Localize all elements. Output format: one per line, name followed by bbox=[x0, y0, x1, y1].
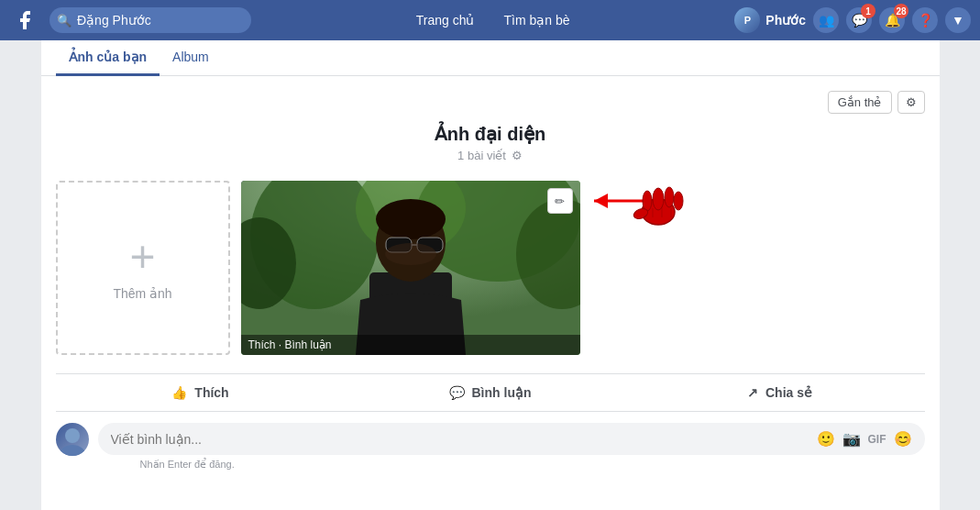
top-navigation: 🔍 Trang chủ Tìm bạn bè P Phước 👥 💬 1 🔔 2… bbox=[0, 0, 980, 40]
add-photo-label: Thêm ảnh bbox=[113, 286, 171, 301]
question-icon: ❓ bbox=[918, 13, 933, 28]
comment-area: 🙂 📷 GIF 😊 Nhấn Enter để đăng. bbox=[56, 423, 925, 471]
chevron-down-icon: ▼ bbox=[952, 13, 964, 28]
camera-icon[interactable]: 📷 bbox=[842, 430, 861, 448]
message-badge: 1 bbox=[861, 4, 875, 18]
search-input[interactable] bbox=[50, 7, 251, 33]
find-friends-link[interactable]: Tìm bạn bè bbox=[499, 13, 576, 28]
page-wrapper: Ảnh của bạn Album Gắn thẻ ⚙ Ảnh đại diện… bbox=[0, 40, 980, 510]
top-buttons: Gắn thẻ ⚙ bbox=[56, 91, 925, 114]
svg-point-26 bbox=[60, 445, 85, 456]
svg-marker-15 bbox=[594, 194, 608, 208]
comment-input[interactable] bbox=[111, 432, 809, 447]
search-wrap: 🔍 bbox=[50, 7, 251, 33]
subnav-albums[interactable]: Album bbox=[160, 40, 222, 76]
subnav-photos[interactable]: Ảnh của bạn bbox=[56, 40, 160, 76]
home-link[interactable]: Trang chủ bbox=[411, 13, 480, 28]
comment-emoji-icons: 🙂 📷 GIF 😊 bbox=[817, 430, 912, 448]
photo-item: Thích · Bình luận ✏ bbox=[241, 181, 580, 355]
content-area: Ảnh của bạn Album Gắn thẻ ⚙ Ảnh đại diện… bbox=[41, 40, 940, 510]
profile-name: Phước bbox=[765, 13, 806, 28]
search-icon: 🔍 bbox=[57, 14, 72, 28]
tag-button[interactable]: Gắn thẻ bbox=[828, 91, 892, 114]
like-label: Thích bbox=[194, 385, 228, 400]
comment-button[interactable]: 💬 Bình luận bbox=[346, 378, 635, 407]
commenter-avatar bbox=[56, 423, 89, 456]
photo-image: Thích · Bình luận bbox=[241, 181, 580, 355]
svg-point-16 bbox=[642, 199, 675, 225]
photo-grid: + Thêm ảnh bbox=[56, 181, 925, 355]
like-icon: 👍 bbox=[171, 385, 187, 400]
gif-icon[interactable]: GIF bbox=[868, 433, 886, 446]
nav-center: Trang chủ Tìm bạn bè bbox=[251, 13, 734, 28]
add-photo-box[interactable]: + Thêm ảnh bbox=[56, 181, 230, 355]
svg-point-9 bbox=[376, 199, 446, 239]
emoji-icon[interactable]: 🙂 bbox=[817, 430, 835, 448]
comment-label: Bình luận bbox=[472, 385, 532, 400]
share-icon: ↗ bbox=[747, 385, 758, 400]
people-icon: 👥 bbox=[819, 13, 834, 28]
profile-button[interactable]: P Phước bbox=[734, 7, 806, 33]
svg-point-20 bbox=[643, 191, 652, 211]
photo-title: Ảnh đại diện bbox=[56, 123, 925, 145]
notification-badge: 28 bbox=[894, 4, 908, 18]
messages-icon-button[interactable]: 💬 1 bbox=[846, 7, 872, 33]
dropdown-icon-button[interactable]: ▼ bbox=[945, 7, 971, 33]
share-label: Chia sẻ bbox=[765, 385, 812, 400]
post-count: 1 bài viết bbox=[457, 149, 506, 162]
main-content: Gắn thẻ ⚙ Ảnh đại diện 1 bài viết ⚙ + Th… bbox=[41, 76, 940, 485]
sticker-icon[interactable]: 😊 bbox=[894, 430, 912, 448]
svg-point-21 bbox=[632, 207, 648, 221]
plus-icon: + bbox=[129, 235, 155, 279]
notifications-icon-button[interactable]: 🔔 28 bbox=[879, 7, 905, 33]
nav-right: P Phước 👥 💬 1 🔔 28 ❓ ▼ bbox=[734, 7, 971, 33]
comment-input-wrap[interactable]: 🙂 📷 GIF 😊 bbox=[98, 423, 925, 455]
profile-avatar: P bbox=[734, 7, 760, 33]
help-icon-button[interactable]: ❓ bbox=[912, 7, 938, 33]
svg-point-19 bbox=[674, 192, 683, 210]
comment-icon: 💬 bbox=[449, 385, 465, 400]
nav-left: 🔍 bbox=[9, 4, 251, 37]
gear-button[interactable]: ⚙ bbox=[897, 91, 925, 114]
subnav: Ảnh của bạn Album bbox=[41, 40, 940, 76]
svg-point-13 bbox=[385, 243, 436, 265]
photo-overlay-bar: Thích · Bình luận bbox=[241, 335, 580, 355]
subtitle-gear-icon[interactable]: ⚙ bbox=[512, 149, 523, 162]
edit-photo-button[interactable]: ✏ bbox=[547, 188, 573, 214]
share-button[interactable]: ↗ Chia sẻ bbox=[635, 378, 925, 407]
photo-subtitle: 1 bài viết ⚙ bbox=[56, 149, 925, 162]
enter-hint: Nhấn Enter để đăng. bbox=[140, 459, 925, 471]
svg-point-25 bbox=[65, 428, 80, 443]
action-bar: 👍 Thích 💬 Bình luận ↗ Chia sẻ bbox=[56, 373, 925, 412]
svg-point-18 bbox=[665, 187, 674, 207]
facebook-logo[interactable] bbox=[9, 4, 42, 37]
svg-point-17 bbox=[653, 188, 664, 210]
people-icon-button[interactable]: 👥 bbox=[813, 7, 839, 33]
arrow-annotation bbox=[576, 173, 686, 238]
like-button[interactable]: 👍 Thích bbox=[56, 378, 346, 407]
